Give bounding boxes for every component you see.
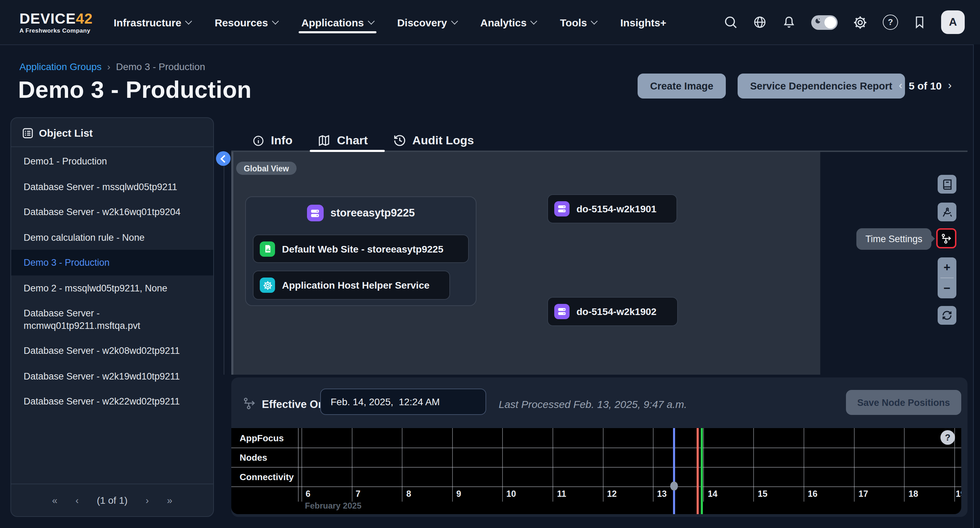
effective-on-icon bbox=[243, 397, 256, 410]
map-icon bbox=[317, 134, 331, 147]
tab-audit-logs[interactable]: Audit Logs bbox=[393, 129, 474, 152]
save-node-positions-button[interactable]: Save Node Positions bbox=[846, 390, 961, 415]
node-do-5154-w2k1901[interactable]: do-5154-w2k1901 bbox=[547, 194, 677, 224]
drafting-compass-icon bbox=[942, 206, 953, 217]
zoom-control: + − bbox=[938, 257, 956, 298]
collapse-sidebar-button[interactable] bbox=[216, 151, 231, 166]
tab-info[interactable]: Info bbox=[252, 129, 293, 152]
timeline-row-connectivity: Connectivity bbox=[240, 472, 294, 482]
menu-tools[interactable]: Tools bbox=[560, 0, 597, 44]
globe-icon[interactable] bbox=[753, 15, 767, 29]
menu-insights[interactable]: Insights+ bbox=[620, 0, 667, 44]
day-tick: 19 bbox=[956, 489, 961, 499]
day-tick: 8 bbox=[406, 489, 411, 499]
timeline-row-nodes: Nodes bbox=[240, 452, 267, 463]
zoom-out-button[interactable]: − bbox=[938, 278, 956, 298]
toggle-knob bbox=[824, 16, 836, 28]
node-default-web-site[interactable]: Default Web Site - storeeasytp9225 bbox=[253, 235, 469, 263]
pager-prev-icon[interactable]: ‹ bbox=[899, 79, 902, 92]
list-item[interactable]: Demo 2 - mssqlwd05tp9211, None bbox=[11, 275, 213, 300]
menu-applications[interactable]: Applications bbox=[301, 0, 374, 44]
time-panel: Effective On Last Processed Feb. 13, 202… bbox=[231, 377, 967, 517]
search-icon[interactable] bbox=[724, 15, 738, 29]
day-tick: 14 bbox=[708, 489, 718, 499]
app-window: DEVICE42 A Freshworks Company Infrastruc… bbox=[0, 0, 980, 528]
chevron-down-icon bbox=[368, 17, 375, 24]
time-settings-button[interactable] bbox=[936, 228, 956, 248]
timeline-label-divider bbox=[298, 428, 299, 502]
refresh-icon bbox=[942, 310, 952, 320]
tab-chart[interactable]: Chart bbox=[317, 129, 368, 152]
red-event-marker bbox=[697, 428, 698, 514]
selected-time-marker[interactable] bbox=[673, 428, 675, 514]
node-do-5154-w2k1902[interactable]: do-5154-w2k1902 bbox=[547, 297, 678, 326]
node-label: Application Host Helper Service bbox=[282, 280, 430, 291]
time-settings-tooltip: Time Settings bbox=[856, 228, 931, 250]
list-item[interactable]: Demo1 - Production bbox=[11, 149, 213, 174]
effective-on-datetime-input[interactable] bbox=[320, 388, 486, 415]
website-icon bbox=[260, 241, 275, 256]
pagination-last-icon[interactable]: » bbox=[167, 495, 173, 506]
notifications-bell-icon[interactable] bbox=[782, 15, 796, 29]
main-menu: Infrastructure Resources Applications Di… bbox=[113, 0, 667, 44]
logo-text: DEVICE42 bbox=[19, 11, 93, 25]
pager-next-icon[interactable]: › bbox=[948, 79, 952, 92]
create-image-button[interactable]: Create Image bbox=[638, 73, 726, 98]
list-item[interactable]: Database Server - mssqlwd05tp9211 bbox=[11, 174, 213, 199]
history-timeline[interactable]: AppFocus Nodes Connectivity 6 7 8 9 10 1… bbox=[231, 428, 961, 514]
list-item[interactable]: Database Server - mcmwq01tp9211.msftqa.p… bbox=[11, 301, 213, 338]
help-icon[interactable]: ? bbox=[883, 14, 898, 30]
green-event-marker bbox=[701, 428, 703, 514]
list-item[interactable]: Database Server - w2k08wd02tp9211 bbox=[11, 338, 213, 363]
day-tick: 18 bbox=[908, 489, 918, 499]
top-nav: DEVICE42 A Freshworks Company Infrastruc… bbox=[0, 0, 980, 45]
settings-gear-icon[interactable] bbox=[853, 15, 867, 30]
refresh-button[interactable] bbox=[938, 306, 956, 325]
pagination-next-icon[interactable]: › bbox=[145, 495, 149, 506]
bookmark-icon[interactable] bbox=[913, 15, 926, 29]
menu-infrastructure[interactable]: Infrastructure bbox=[113, 0, 191, 44]
list-item[interactable]: Database Server - w2k19wd10tp9211 bbox=[11, 363, 213, 389]
pagination-first-icon[interactable]: « bbox=[52, 495, 58, 506]
timeline-branch-icon bbox=[941, 233, 952, 244]
canvas-left-scrollbar[interactable] bbox=[231, 152, 233, 375]
server-icon bbox=[554, 304, 570, 319]
day-tick: 13 bbox=[657, 489, 667, 499]
timeline-month-label: February 2025 bbox=[305, 501, 361, 511]
device42-logo[interactable]: DEVICE42 A Freshworks Company bbox=[19, 11, 93, 33]
user-avatar[interactable]: A bbox=[941, 10, 965, 34]
menu-analytics[interactable]: Analytics bbox=[480, 0, 536, 44]
node-group-storeeasytp9225[interactable]: storeeasytp9225 Default Web Site - store… bbox=[245, 197, 476, 306]
timeline-help-icon[interactable]: ? bbox=[940, 430, 955, 445]
object-list-icon bbox=[22, 127, 33, 138]
book-icon bbox=[942, 179, 953, 190]
list-item[interactable]: Demo calculation rule - None bbox=[11, 224, 213, 250]
time-marker-handle[interactable] bbox=[670, 482, 678, 490]
service-dependencies-report-button[interactable]: Service Dependencies Report bbox=[738, 73, 905, 98]
chevron-down-icon bbox=[272, 17, 279, 24]
menu-resources[interactable]: Resources bbox=[215, 0, 277, 44]
object-list: Demo1 - Production Database Server - mss… bbox=[11, 147, 213, 484]
breadcrumb-application-groups[interactable]: Application Groups bbox=[19, 61, 102, 72]
pagination-label: (1 of 1) bbox=[97, 495, 128, 506]
zoom-in-button[interactable]: + bbox=[938, 257, 956, 277]
node-application-host-helper-service[interactable]: Application Host Helper Service bbox=[253, 271, 450, 300]
layout-compass-button[interactable] bbox=[938, 203, 956, 221]
node-label: do-5154-w2k1901 bbox=[576, 203, 656, 214]
panel-divider bbox=[224, 152, 224, 375]
menu-discovery[interactable]: Discovery bbox=[397, 0, 457, 44]
nav-icon-group: ? A bbox=[724, 10, 965, 34]
object-list-pagination: « ‹ (1 of 1) › » bbox=[11, 484, 213, 516]
service-gear-icon bbox=[260, 277, 275, 293]
day-tick: 12 bbox=[607, 489, 617, 499]
moon-icon bbox=[813, 17, 822, 25]
pagination-prev-icon[interactable]: ‹ bbox=[75, 495, 78, 506]
effective-on-label: Effective On bbox=[262, 398, 325, 411]
node-label: do-5154-w2k1902 bbox=[576, 306, 656, 317]
global-view-badge: Global View bbox=[236, 162, 297, 175]
theme-toggle[interactable] bbox=[811, 15, 838, 30]
legend-book-button[interactable] bbox=[938, 175, 956, 193]
list-item-selected[interactable]: Demo 3 - Production bbox=[11, 250, 213, 275]
list-item[interactable]: Database Server - w2k16wq01tp9204 bbox=[11, 199, 213, 224]
list-item[interactable]: Database Server - w2k22wd02tp9211 bbox=[11, 389, 213, 414]
